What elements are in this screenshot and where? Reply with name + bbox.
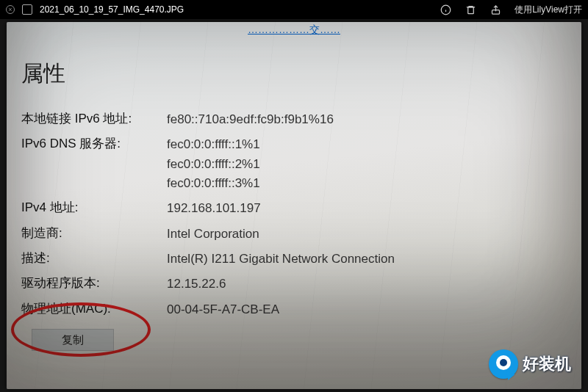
copy-button[interactable]: 复制 xyxy=(32,329,114,351)
label-mac: 物理地址(MAC): xyxy=(21,300,167,317)
value-line: 12.15.22.6 xyxy=(167,275,226,294)
row-manufacturer: 制造商: Intel Corporation xyxy=(21,225,395,244)
value-line: Intel(R) I211 Gigabit Network Connection xyxy=(167,250,395,269)
share-icon[interactable] xyxy=(490,4,501,15)
value-description: Intel(R) I211 Gigabit Network Connection xyxy=(167,250,395,269)
image-viewer-titlebar: × 2021_06_10_19_57_IMG_4470.JPG 使用LilyVi… xyxy=(0,0,588,19)
label-ipv6-link-local: 本地链接 IPv6 地址: xyxy=(21,110,167,127)
value-ipv6-link-local: fe80::710a:9edf:fc9b:f9b1%16 xyxy=(167,110,334,129)
row-ipv4: IPv4 地址: 192.168.101.197 xyxy=(21,199,395,218)
value-line: fec0:0:0:ffff::1%1 xyxy=(167,135,260,154)
screenshot-photo: ………………交…… 属性 本地链接 IPv6 地址: fe80::710a:9e… xyxy=(7,22,581,389)
value-manufacturer: Intel Corporation xyxy=(167,225,259,244)
properties-heading: 属性 xyxy=(21,59,65,89)
properties-table: 本地链接 IPv6 地址: fe80::710a:9edf:fc9b:f9b1%… xyxy=(21,110,395,325)
info-icon[interactable] xyxy=(440,4,451,15)
row-ipv6-dns: IPv6 DNS 服务器: fec0:0:0:ffff::1%1 fec0:0:… xyxy=(21,135,395,193)
file-name: 2021_06_10_19_57_IMG_4470.JPG xyxy=(40,4,184,15)
watermark-logo-icon xyxy=(489,349,518,379)
label-ipv4: IPv4 地址: xyxy=(21,199,167,216)
value-line: Intel Corporation xyxy=(167,225,259,244)
value-line: 192.168.101.197 xyxy=(167,199,261,218)
row-ipv6-link-local: 本地链接 IPv6 地址: fe80::710a:9edf:fc9b:f9b1%… xyxy=(21,110,395,129)
label-ipv6-dns: IPv6 DNS 服务器: xyxy=(21,135,167,152)
row-mac: 物理地址(MAC): 00-04-5F-A7-CB-EA xyxy=(21,300,395,319)
open-with-label[interactable]: 使用LilyView打开 xyxy=(514,4,582,16)
svg-rect-3 xyxy=(467,7,473,13)
row-description: 描述: Intel(R) I211 Gigabit Network Connec… xyxy=(21,250,395,269)
value-driver-version: 12.15.22.6 xyxy=(167,275,226,294)
titlebar-right: 使用LilyView打开 xyxy=(440,4,582,16)
value-ipv4: 192.168.101.197 xyxy=(167,199,261,218)
label-description: 描述: xyxy=(21,250,167,266)
label-driver-version: 驱动程序版本: xyxy=(21,275,167,291)
value-mac: 00-04-5F-A7-CB-EA xyxy=(167,300,279,319)
partial-link-top: ………………交…… xyxy=(248,23,340,37)
trash-icon[interactable] xyxy=(465,4,476,15)
titlebar-left: × 2021_06_10_19_57_IMG_4470.JPG xyxy=(6,4,184,15)
close-icon[interactable]: × xyxy=(6,5,15,14)
watermark-text: 好装机 xyxy=(523,353,571,375)
value-line: fe80::710a:9edf:fc9b:f9b1%16 xyxy=(167,110,334,129)
value-line: 00-04-5F-A7-CB-EA xyxy=(167,300,279,319)
label-manufacturer: 制造商: xyxy=(21,225,167,242)
value-line: fec0:0:0:ffff::3%1 xyxy=(167,174,260,193)
image-viewer-body: ………………交…… 属性 本地链接 IPv6 地址: fe80::710a:9e… xyxy=(0,19,588,392)
watermark: 好装机 xyxy=(489,349,571,379)
window-frame-icon xyxy=(22,4,32,15)
value-ipv6-dns: fec0:0:0:ffff::1%1 fec0:0:0:ffff::2%1 fe… xyxy=(167,135,260,193)
value-line: fec0:0:0:ffff::2%1 xyxy=(167,155,260,174)
row-driver-version: 驱动程序版本: 12.15.22.6 xyxy=(21,275,395,294)
